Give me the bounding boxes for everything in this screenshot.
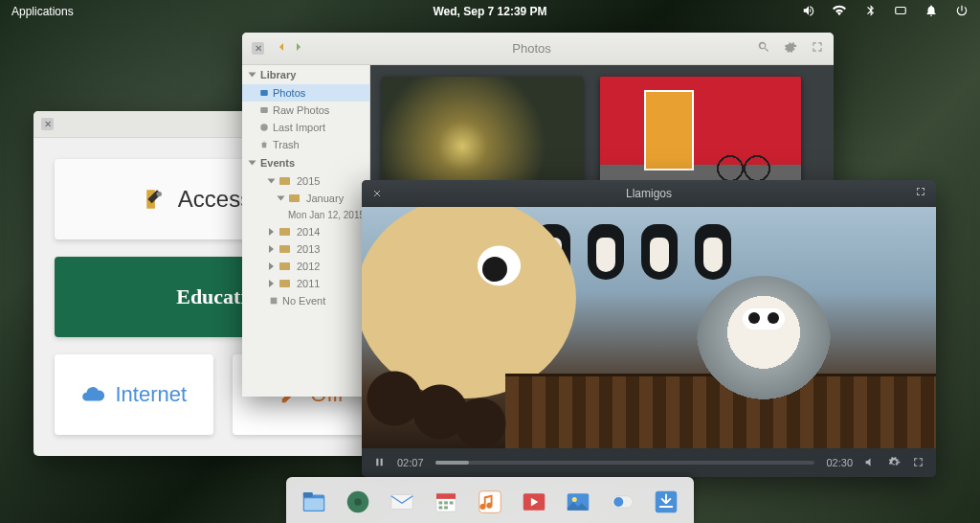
svg-rect-2	[260, 90, 268, 96]
svg-rect-11	[391, 495, 413, 510]
maximize-icon[interactable]	[915, 186, 926, 200]
dock-calendar[interactable]	[428, 484, 464, 520]
sidebar-item-photos[interactable]: Photos	[242, 84, 369, 102]
notifications-icon[interactable]	[924, 4, 938, 20]
photos-sidebar: Library Photos Raw Photos Last Import Tr…	[242, 65, 370, 397]
seek-bar[interactable]	[435, 461, 815, 465]
settings-gear-icon[interactable]	[888, 456, 901, 470]
power-icon[interactable]	[955, 4, 969, 20]
applications-menu[interactable]: Applications	[11, 5, 74, 18]
clock[interactable]: Wed, Sep 7 12:39 PM	[433, 5, 546, 18]
sidebar-item-2012[interactable]: 2012	[242, 258, 369, 275]
dock-videos[interactable]	[516, 484, 552, 520]
total-time: 02:30	[826, 457, 853, 468]
video-window: Llamigos 02:07 02:30	[362, 180, 936, 477]
dock-music[interactable]	[472, 484, 508, 520]
svg-point-10	[354, 498, 362, 506]
accessories-icon	[144, 187, 168, 212]
sidebar-item-2011[interactable]: 2011	[242, 275, 369, 292]
photos-titlebar[interactable]: ✕ Photos	[242, 33, 834, 65]
top-panel: Applications Wed, Sep 7 12:39 PM	[0, 0, 980, 23]
pause-icon[interactable]	[373, 456, 386, 470]
svg-rect-16	[450, 501, 454, 504]
gear-icon[interactable]	[784, 40, 797, 57]
dock-photos[interactable]	[560, 484, 596, 520]
search-icon[interactable]	[757, 40, 770, 57]
nav-forward-icon[interactable]	[291, 39, 306, 58]
fullscreen-icon[interactable]	[912, 456, 924, 470]
cloud-icon	[80, 382, 105, 407]
svg-point-4	[260, 124, 268, 131]
close-icon[interactable]	[371, 188, 383, 199]
close-icon[interactable]: ✕	[252, 42, 264, 55]
svg-rect-13	[436, 493, 456, 499]
category-label: Internet	[115, 382, 187, 407]
dock-mail[interactable]	[384, 484, 420, 520]
svg-point-1	[156, 192, 161, 196]
sidebar-events[interactable]: Events	[260, 157, 295, 169]
video-playback-area[interactable]	[362, 207, 936, 448]
svg-rect-8	[304, 498, 323, 511]
volume-icon[interactable]	[802, 4, 815, 20]
svg-rect-15	[444, 501, 448, 504]
svg-point-24	[613, 497, 623, 507]
bluetooth-icon[interactable]	[863, 4, 877, 20]
dock	[286, 477, 694, 523]
video-controls: 02:07 02:30	[362, 448, 936, 477]
sidebar-item-2013[interactable]: 2013	[242, 240, 369, 258]
svg-point-22	[572, 497, 577, 502]
volume-icon[interactable]	[864, 456, 877, 470]
sidebar-item-january[interactable]: January	[242, 190, 369, 207]
dock-downloads[interactable]	[648, 484, 684, 520]
sidebar-item-trash[interactable]: Trash	[242, 136, 369, 153]
svg-rect-18	[444, 506, 448, 509]
dock-files[interactable]	[296, 484, 332, 520]
window-title: Photos	[306, 41, 757, 56]
sidebar-item-last-import[interactable]: Last Import	[242, 119, 369, 136]
sidebar-item-jan12[interactable]: Mon Jan 12, 2015	[242, 207, 369, 223]
dock-settings[interactable]	[604, 484, 640, 520]
svg-rect-14	[439, 501, 443, 504]
dock-browser[interactable]	[340, 484, 376, 520]
svg-rect-7	[303, 492, 313, 497]
elapsed-time: 02:07	[397, 457, 424, 468]
video-title: Llamigos	[383, 187, 915, 200]
close-icon[interactable]: ✕	[41, 118, 54, 130]
sidebar-item-noevent[interactable]: No Event	[242, 292, 369, 309]
fullscreen-icon[interactable]	[811, 40, 824, 57]
svg-rect-17	[439, 506, 443, 509]
svg-rect-3	[260, 107, 268, 113]
sidebar-library[interactable]: Library	[260, 69, 296, 80]
wifi-icon[interactable]	[833, 4, 846, 20]
svg-rect-5	[271, 298, 278, 305]
video-titlebar[interactable]: Llamigos	[362, 180, 936, 207]
sidebar-item-2014[interactable]: 2014	[242, 223, 369, 240]
keyboard-layout-icon[interactable]	[894, 4, 907, 20]
category-internet[interactable]: Internet	[55, 354, 213, 435]
nav-back-icon[interactable]	[274, 39, 289, 58]
svg-rect-0	[896, 7, 906, 13]
sidebar-item-2015[interactable]: 2015	[242, 172, 369, 190]
sidebar-item-raw[interactable]: Raw Photos	[242, 102, 369, 119]
